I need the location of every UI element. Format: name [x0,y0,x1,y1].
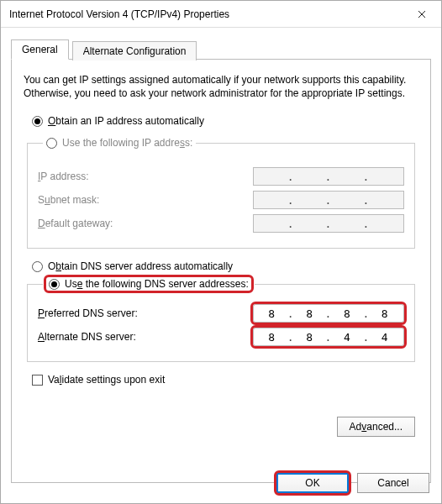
radio-label: Use the following IP address: [62,137,192,149]
radio-icon [49,279,60,290]
radio-obtain-ip-automatically[interactable]: Obtain an IP address automatically [24,115,418,127]
label-default-gateway: Default gateway: [38,218,113,229]
checkbox-validate-settings[interactable]: Validate settings upon exit [24,374,418,386]
radio-label: Use the following DNS server addresses: [65,278,249,290]
intro-text: You can get IP settings assigned automat… [24,73,418,100]
cancel-button[interactable]: Cancel [357,473,429,493]
input-default-gateway: ... [253,214,404,233]
radio-obtain-dns-automatically[interactable]: Obtain DNS server address automatically [24,260,418,272]
row-alternate-dns: Alternate DNS server: 8. 8. 4. 4 [38,328,404,346]
input-subnet-mask: ... [253,191,404,209]
row-ip-address: IP address: ... [38,167,404,186]
label-preferred-dns: Preferred DNS server: [38,307,138,319]
label-subnet-mask: Subnet mask: [38,194,99,206]
radio-icon [32,116,43,127]
ok-highlight: OK [276,473,349,493]
group-static-dns-legend: Use the following DNS server addresses: [43,277,255,291]
tab-alternate-configuration[interactable]: Alternate Configuration [72,41,197,60]
advanced-button-wrap: Advanced... [337,417,415,437]
radio-label: Obtain DNS server address automatically [48,260,233,272]
radio-use-following-ip[interactable]: Use the following IP address: [46,137,192,149]
group-static-ip-legend: Use the following IP address: [43,132,196,154]
window-title: Internet Protocol Version 4 (TCP/IPv4) P… [9,8,229,20]
input-alternate-dns[interactable]: 8. 8. 4. 4 [253,328,404,346]
checkbox-label: Validate settings upon exit [48,374,165,386]
label-ip-address: IP address: [38,171,89,182]
tab-panel-general: You can get IP settings assigned automat… [11,60,431,483]
dialog-window: Internet Protocol Version 4 (TCP/IPv4) P… [0,0,442,504]
group-static-dns: Use the following DNS server addresses: … [27,277,415,362]
radio-icon [32,261,43,272]
ok-button[interactable]: OK [276,473,349,493]
advanced-button[interactable]: Advanced... [337,417,415,437]
label-alternate-dns: Alternate DNS server: [38,331,136,343]
radio-label: Obtain an IP address automatically [48,115,204,127]
tab-general[interactable]: General [11,39,69,60]
row-preferred-dns: Preferred DNS server: 8. 8. 8. 8 [38,304,404,323]
tab-alternate-label: Alternate Configuration [83,45,187,57]
titlebar: Internet Protocol Version 4 (TCP/IPv4) P… [1,1,441,28]
input-ip-address: ... [253,167,404,186]
close-button[interactable] [403,1,441,28]
tabstrip: General Alternate Configuration [11,39,431,60]
radio-icon [46,138,57,149]
row-subnet-mask: Subnet mask: ... [38,191,404,209]
tab-general-label: General [22,44,58,55]
dialog-buttons: OK Cancel [276,473,429,493]
group-static-ip: Use the following IP address: IP address… [27,132,415,249]
close-icon [418,10,426,18]
row-default-gateway: Default gateway: ... [38,214,404,233]
checkbox-icon [32,375,43,386]
input-preferred-dns[interactable]: 8. 8. 8. 8 [253,304,404,323]
radio-use-following-dns[interactable]: Use the following DNS server addresses: [46,277,251,291]
